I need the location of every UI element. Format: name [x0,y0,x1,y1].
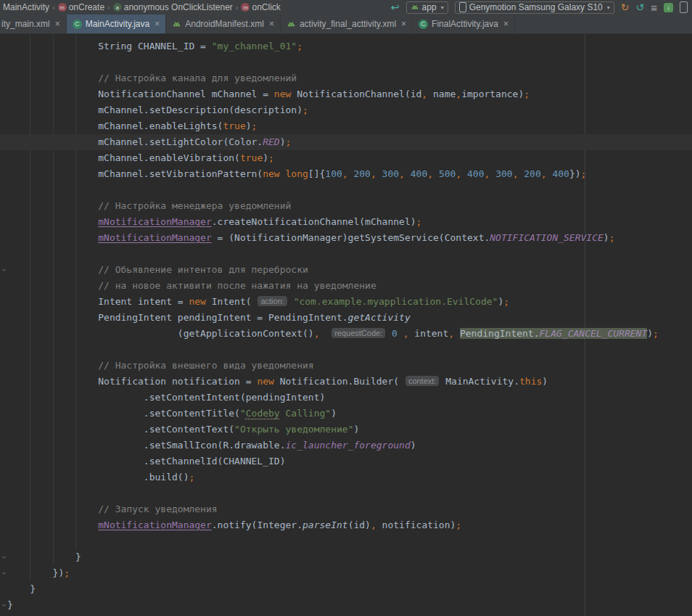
android-studio-window: MainActivity›monCreate›aanonymous OnClic… [0,0,692,616]
code-editor[interactable]: String CHANNEL_ID = "my_channel_01"; // … [0,34,692,616]
code-line: mChannel.setVibrationPattern(new long[]{… [0,166,692,182]
run-toolbar: ↩ app ▾ Genymotion Samsung Galaxy S10 ▾ … [391,1,688,14]
code-line: // Настройка канала для уведомлений [0,70,692,86]
code-line: // на новое активити после нажатия на ув… [0,278,692,294]
code-line: // Запуск уведомления [0,501,692,517]
code-line: // Настройка внешнего вида уведомления [0,358,692,374]
chevron-icon: › [0,556,8,559]
tab-ity-main-xml[interactable]: ity_main.xml× [0,15,67,33]
code-line [0,54,692,70]
tab-label: activity_final_acttivity.xml [300,19,396,29]
tab-label: AndroidManifest.xml [185,19,264,29]
navigation-bar: MainActivity›monCreate›aanonymous OnClic… [0,0,692,15]
fold-marker[interactable]: › [1,549,7,565]
code-line [0,533,692,549]
code-line: mNotificationManager.notify(Integer.pars… [0,517,692,533]
breadcrumb-separator: › [236,3,239,12]
code-line: .setContentText("Открыть уведомление") [0,422,692,438]
code-line [0,182,692,198]
device-dropdown[interactable]: Genymotion Samsung Galaxy S10 ▾ [455,1,614,14]
breadcrumb-item-mainactivity[interactable]: MainActivity [1,2,51,12]
breadcrumb-label: onClick [252,2,280,12]
close-icon[interactable]: × [269,19,274,29]
device-label: Genymotion Samsung Galaxy S10 [469,2,603,12]
chevron-down-icon: ▾ [441,4,444,11]
method-icon: m [58,3,67,12]
code-line: String CHANNEL_ID = "my_channel_01"; [0,38,692,54]
close-icon[interactable]: × [155,19,160,29]
code-line: .build(); [0,469,692,485]
breadcrumb-label: MainActivity [3,2,49,12]
android-icon [287,20,296,29]
code-line: }); [0,565,692,581]
fold-marker[interactable]: › [1,565,7,581]
android-icon [411,3,419,12]
chevron-icon: › [0,604,8,607]
tab-label: ity_main.xml [1,19,50,29]
run-config-label: app [422,2,437,12]
code-line: } [0,597,692,613]
code-line: NotificationChannel mChannel = new Notif… [0,86,692,102]
parameter-hint: action: [258,296,287,306]
breadcrumb-item-oncreate[interactable]: monCreate [57,2,106,12]
android-icon [172,20,181,29]
attach-debugger-icon[interactable]: ↺ [636,2,645,12]
tab-activity-final-acttivity-xml[interactable]: activity_final_acttivity.xml× [281,15,413,33]
code-line: mNotificationManager.createNotificationC… [0,214,692,230]
tab-androidmanifest-xml[interactable]: AndroidManifest.xml× [166,15,281,33]
sdk-manager-icon[interactable]: ↓ [664,3,673,12]
parameter-hint: requestCode: [331,328,385,338]
code-line: (getApplicationContext(), requestCode: 0… [0,326,692,342]
code-line: } [0,581,692,597]
breadcrumb-label: onCreate [69,2,104,12]
device-manager-icon[interactable] [680,1,688,13]
breadcrumb-item-anonymous-onclicklistener[interactable]: aanonymous OnClickListener [112,2,234,12]
code-line [0,485,692,501]
fold-marker[interactable]: › [1,262,7,278]
apply-changes-icon[interactable]: ↻ [621,2,630,12]
breadcrumb-separator: › [52,3,55,12]
parameter-hint: context: [405,376,440,386]
code-line: mNotificationManager = (NotificationMana… [0,230,692,246]
java-class-icon: C [73,20,82,29]
code-line: mChannel.enableLights(true); [0,118,692,134]
breadcrumb-separator: › [107,3,110,12]
code-line: .setChannelId(CHANNEL_ID) [0,453,692,469]
breadcrumb: MainActivity›monCreate›aanonymous OnClic… [1,2,282,12]
code-line: PendingIntent pendingIntent = PendingInt… [0,310,692,326]
chevron-icon: › [0,268,8,271]
tab-finalacttivity-java[interactable]: CFinalActtivity.java× [413,15,515,33]
code-line: Intent intent = new Intent( action: "com… [0,294,692,310]
code-line: // Настройка менеджера уведомлений [0,198,692,214]
chevron-down-icon: ▾ [607,4,610,11]
breadcrumb-label: anonymous OnClickListener [124,2,233,12]
code-line: mChannel.enableVibration(true); [0,150,692,166]
code-line: } [0,549,692,565]
editor-tabs: ity_main.xml×CMainActivity.java×AndroidM… [0,15,692,34]
code-line: // Обьявление интентов для переброски [0,262,692,278]
navigate-back-icon[interactable]: ↩ [391,2,400,12]
run-config-dropdown[interactable]: app ▾ [406,1,448,14]
code-line: Notification notification = new Notifica… [0,374,692,390]
code-line [0,342,692,358]
code-line: .setContentIntent(pendingIntent) [0,390,692,406]
tab-mainactivity-java[interactable]: CMainActivity.java× [67,15,167,33]
code-lines: String CHANNEL_ID = "my_channel_01"; // … [0,38,692,613]
close-icon[interactable]: × [55,19,60,29]
code-line: mChannel.setLightColor(Color.RED); [0,134,692,150]
code-line: .setSmallIcon(R.drawable.ic_launcher_for… [0,438,692,453]
phone-icon [459,2,466,12]
fold-marker[interactable]: › [1,597,7,613]
logcat-icon[interactable]: ≡ [651,2,657,13]
code-line [0,246,692,262]
method-icon: m [241,3,250,12]
breadcrumb-item-onclick[interactable]: monClick [239,2,281,12]
close-icon[interactable]: × [401,19,406,29]
chevron-icon: › [0,572,8,575]
code-line: .setContentTitle("Codeby Calling") [0,406,692,422]
tab-label: FinalActtivity.java [432,19,498,29]
java-class-icon: C [419,20,428,29]
anonymous-class-icon: a [113,3,122,12]
tab-label: MainActivity.java [86,19,149,29]
close-icon[interactable]: × [503,19,508,29]
